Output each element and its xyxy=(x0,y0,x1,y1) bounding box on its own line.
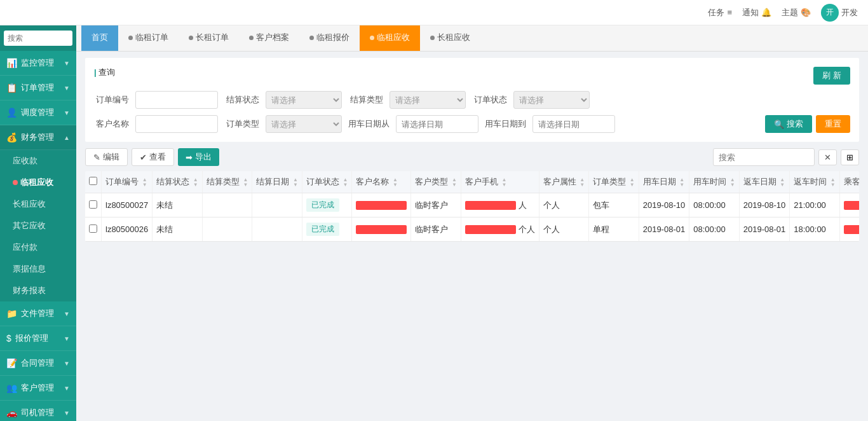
use-car-date-from-label: 用车日期从 xyxy=(348,118,390,130)
sidebar-sub-report[interactable]: 财务报表 xyxy=(0,280,76,301)
order-status-badge: 已完成 xyxy=(306,223,339,236)
grid-view-button[interactable]: ⊞ xyxy=(841,149,859,165)
td-customer-type: 临时客户 xyxy=(411,193,461,217)
toolbar-left: ✎ 编辑 ✔ 查看 ➡ 导出 xyxy=(85,148,219,166)
tab-short-price[interactable]: 临租报价 xyxy=(299,25,360,51)
sidebar-search-container xyxy=(0,25,76,51)
bell-icon: 🔔 xyxy=(761,8,771,17)
td-settlement-date xyxy=(252,193,302,217)
th-order-no: 订单编号 ▲▼ xyxy=(102,171,153,193)
settlement-status-label: 结算状态 xyxy=(224,94,259,106)
sidebar-item-dispatch[interactable]: 👤 调度管理 ▼ xyxy=(0,100,76,125)
td-settlement-type xyxy=(202,193,252,217)
td-order-status: 已完成 xyxy=(302,193,352,217)
clear-search-button[interactable]: ✕ xyxy=(818,149,837,165)
sidebar-item-monitor[interactable]: 📊 监控管理 ▼ xyxy=(0,51,76,76)
row-checkbox[interactable] xyxy=(89,224,97,233)
search-button[interactable]: 🔍 搜索 xyxy=(765,115,812,133)
page-content: 查询 刷 新 订单编号 结算状态 请选择 结算类型 请选择 订单状态 xyxy=(76,52,868,421)
task-menu[interactable]: 任务 ≡ xyxy=(708,7,732,18)
order-status-select[interactable]: 请选择 xyxy=(513,91,590,109)
refresh-button[interactable]: 刷 新 xyxy=(813,67,850,85)
order-type-select[interactable]: 请选择 xyxy=(266,115,342,133)
sidebar-sub-other-receivable-label: 其它应收 xyxy=(13,220,46,231)
sort-icon: ▲▼ xyxy=(193,177,198,188)
sidebar-sub-payable[interactable]: 应付款 xyxy=(0,237,76,258)
view-button[interactable]: ✔ 查看 xyxy=(132,148,174,166)
user-menu[interactable]: 开 开发 xyxy=(821,4,858,22)
chevron-down-icon: ▼ xyxy=(64,360,70,367)
tab-long-order[interactable]: 长租订单 xyxy=(179,25,239,51)
query-panel: 查询 刷 新 订单编号 结算状态 请选择 结算类型 请选择 订单状态 xyxy=(85,58,859,142)
sidebar-item-finance[interactable]: 💰 财务管理 ▲ xyxy=(0,125,76,150)
sidebar-item-order[interactable]: 📋 订单管理 ▼ xyxy=(0,76,76,100)
sidebar-sub-receivable-label: 应收款 xyxy=(13,155,37,167)
settlement-status-select[interactable]: 请选择 xyxy=(266,91,342,109)
sort-icon: ▲▼ xyxy=(780,177,785,188)
th-order-status: 订单状态 ▲▼ xyxy=(302,171,352,193)
td-return-time: 21:00:00 xyxy=(790,193,840,217)
th-use-date: 用车日期 ▲▼ xyxy=(639,171,689,193)
notify-menu[interactable]: 通知 🔔 xyxy=(742,7,771,18)
th-return-date: 返车日期 ▲▼ xyxy=(739,171,790,193)
sidebar-sub-long-receivable[interactable]: 长租应收 xyxy=(0,193,76,215)
tab-long-order-label: 长租订单 xyxy=(196,32,229,43)
sort-icon: ▲▼ xyxy=(452,177,457,188)
tab-customer-cases[interactable]: 客户档案 xyxy=(239,25,299,51)
td-customer-attr: 个人 xyxy=(539,193,589,217)
use-car-date-from-input[interactable] xyxy=(396,115,478,133)
chevron-down-icon: ▼ xyxy=(64,310,70,317)
export-icon: ➡ xyxy=(186,153,193,162)
td-return-date: 2019-08-01 xyxy=(739,217,790,242)
status-badge: 未结 xyxy=(156,224,173,234)
avatar: 开 xyxy=(821,4,839,22)
td-passenger-name xyxy=(839,217,859,242)
redacted-name xyxy=(356,225,407,234)
table-row: lz80500026 未结 已完成 xyxy=(85,217,859,242)
sidebar-item-driver[interactable]: 🚗 司机管理 ▼ xyxy=(0,401,76,421)
settlement-type-select[interactable]: 请选择 xyxy=(390,91,466,109)
tab-short-receivable[interactable]: 临租应收 xyxy=(360,25,420,51)
sidebar-sub-invoice-label: 票据信息 xyxy=(13,263,46,275)
reset-button[interactable]: 重置 xyxy=(816,115,850,133)
customer-name-input[interactable] xyxy=(135,115,218,133)
order-type-label: 订单类型 xyxy=(224,118,259,130)
tab-home[interactable]: 首页 xyxy=(81,25,118,51)
sidebar-search-input[interactable] xyxy=(4,31,72,46)
td-customer-attr: 个人 xyxy=(539,217,589,242)
sidebar-sub-short-receivable[interactable]: 临租应收 xyxy=(0,172,76,193)
chevron-down-icon: ▼ xyxy=(64,109,70,116)
sidebar-item-customer[interactable]: 👥 客户管理 ▼ xyxy=(0,376,76,401)
table-search-input[interactable] xyxy=(713,148,815,166)
theme-menu[interactable]: 主题 🎨 xyxy=(782,7,811,18)
row-checkbox[interactable] xyxy=(89,200,97,209)
use-car-date-to-label: 用车日期到 xyxy=(485,118,526,130)
export-button[interactable]: ➡ 导出 xyxy=(178,148,219,166)
sidebar-sub-other-receivable[interactable]: 其它应收 xyxy=(0,215,76,237)
sidebar-item-file[interactable]: 📁 文件管理 ▼ xyxy=(0,301,76,326)
use-car-date-to-input[interactable] xyxy=(532,115,615,133)
th-settlement-status: 结算状态 ▲▼ xyxy=(153,171,203,193)
tab-short-receivable-label: 临租应收 xyxy=(377,32,410,43)
order-icon: 📋 xyxy=(6,83,17,93)
sidebar-sub-receivable[interactable]: 应收款 xyxy=(0,150,76,172)
sidebar-item-monitor-label: 监控管理 xyxy=(21,57,54,69)
chevron-up-icon: ▲ xyxy=(64,134,70,141)
view-button-label: 查看 xyxy=(149,151,166,163)
order-no-input[interactable] xyxy=(135,91,218,109)
tab-short-price-label: 临租报价 xyxy=(316,32,349,43)
sidebar-sub-invoice[interactable]: 票据信息 xyxy=(0,258,76,280)
tab-long-receivable[interactable]: 长租应收 xyxy=(420,25,480,51)
task-icon: ≡ xyxy=(727,8,732,17)
theme-icon: 🎨 xyxy=(801,8,811,17)
th-customer-name: 客户名称 ▲▼ xyxy=(352,171,411,193)
tab-home-label: 首页 xyxy=(92,32,108,43)
sidebar-item-contract[interactable]: 📝 合同管理 ▼ xyxy=(0,351,76,376)
tab-short-order[interactable]: 临租订单 xyxy=(118,25,179,51)
edit-button[interactable]: ✎ 编辑 xyxy=(85,148,128,166)
td-use-date: 2019-08-10 xyxy=(639,193,689,217)
content-area: 首页 临租订单 长租订单 客户档案 临租报价 临租应收 xyxy=(76,25,868,421)
sort-icon: ▲▼ xyxy=(502,177,507,188)
select-all-checkbox[interactable] xyxy=(89,177,97,185)
sidebar-item-price[interactable]: $ 报价管理 ▼ xyxy=(0,326,76,351)
